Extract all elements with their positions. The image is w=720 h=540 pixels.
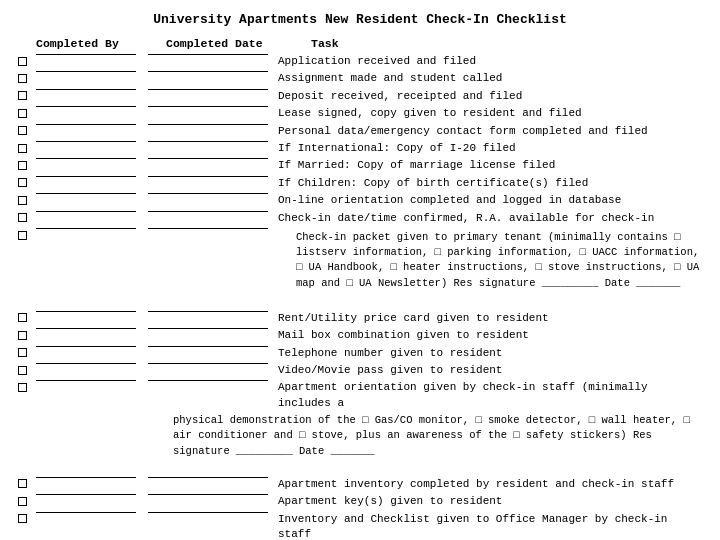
completed-by-field[interactable] xyxy=(36,211,136,212)
table-row: Rent/Utility price card given to residen… xyxy=(18,311,702,326)
table-row: Apartment key(s) given to resident xyxy=(18,494,702,509)
completed-by-field[interactable] xyxy=(36,477,136,478)
table-row: Telephone number given to resident xyxy=(18,346,702,361)
checkbox-section2-rows-2[interactable] xyxy=(18,348,27,357)
wrap-text-2: physical demonstration of the □ Gas/CO m… xyxy=(173,413,702,459)
table-row: Assignment made and student called xyxy=(18,71,702,86)
checkbox-section1-rows-2[interactable] xyxy=(18,91,27,100)
checkbox-section2-rows-1[interactable] xyxy=(18,331,27,340)
checkin-packet-row: Check-in packet given to primary tenant … xyxy=(18,228,702,297)
table-row: If International: Copy of I-20 filed xyxy=(18,141,702,156)
task-text: Check-in date/time confirmed, R.A. avail… xyxy=(268,211,702,226)
completed-date-field[interactable] xyxy=(148,158,268,159)
completed-date-field[interactable] xyxy=(148,211,268,212)
checkbox-section1-rows-5[interactable] xyxy=(18,144,27,153)
table-row: Apartment orientation given by check-in … xyxy=(18,380,702,411)
completed-date-field[interactable] xyxy=(148,141,268,142)
checkbox-section1-rows-7[interactable] xyxy=(18,178,27,187)
task-text: Video/Movie pass given to resident xyxy=(268,363,702,378)
checkbox-section1-rows-6[interactable] xyxy=(18,161,27,170)
table-row: Check-in date/time confirmed, R.A. avail… xyxy=(18,211,702,226)
checkbox-section2-rows-0[interactable] xyxy=(18,313,27,322)
completed-by-field[interactable] xyxy=(36,346,136,347)
completed-date-field[interactable] xyxy=(148,124,268,125)
task-text: Deposit received, receipted and filed xyxy=(268,89,702,104)
task-text: Lease signed, copy given to resident and… xyxy=(268,106,702,121)
page-title: University Apartments New Resident Check… xyxy=(18,12,702,27)
completed-date-field[interactable] xyxy=(148,380,268,381)
checkbox-section1-rows-9[interactable] xyxy=(18,213,27,222)
wrap-text-1: Check-in packet given to primary tenant … xyxy=(296,230,702,291)
completed-by-field[interactable] xyxy=(36,193,136,194)
task-text: Apartment key(s) given to resident xyxy=(268,494,702,509)
completed-by-field[interactable] xyxy=(36,176,136,177)
table-row: Lease signed, copy given to resident and… xyxy=(18,106,702,121)
header-task: Task xyxy=(311,37,702,50)
task-text: If Children: Copy of birth certificate(s… xyxy=(268,176,702,191)
table-row: If Married: Copy of marriage license fil… xyxy=(18,158,702,173)
completed-by-field[interactable] xyxy=(36,494,136,495)
completed-by-field[interactable] xyxy=(36,380,136,381)
task-text: Telephone number given to resident xyxy=(268,346,702,361)
table-row: Video/Movie pass given to resident xyxy=(18,363,702,378)
checkbox-section1-rows-1[interactable] xyxy=(18,74,27,83)
completed-by-field[interactable] xyxy=(36,124,136,125)
task-text: If International: Copy of I-20 filed xyxy=(268,141,702,156)
task-text: Assignment made and student called xyxy=(268,71,702,86)
checkbox-section2-rows-3[interactable] xyxy=(18,366,27,375)
completed-date-field[interactable] xyxy=(148,176,268,177)
task-text: Personal data/emergency contact form com… xyxy=(268,124,702,139)
checkbox-section1-rows-3[interactable] xyxy=(18,109,27,118)
checkbox-section3-rows-2[interactable] xyxy=(18,514,27,523)
checkbox-section3-rows-1[interactable] xyxy=(18,497,27,506)
completed-by-field[interactable] xyxy=(36,512,136,513)
completed-date-field[interactable] xyxy=(148,346,268,347)
task-text: Rent/Utility price card given to residen… xyxy=(268,311,702,326)
table-row: Deposit received, receipted and filed xyxy=(18,89,702,104)
completed-by-field[interactable] xyxy=(36,106,136,107)
task-text: On-line orientation completed and logged… xyxy=(268,193,702,208)
checkbox-11[interactable] xyxy=(18,231,27,240)
task-text: If Married: Copy of marriage license fil… xyxy=(268,158,702,173)
completed-date-field[interactable] xyxy=(148,54,268,55)
completed-by-field[interactable] xyxy=(36,54,136,55)
table-row: Mail box combination given to resident xyxy=(18,328,702,343)
table-row: Personal data/emergency contact form com… xyxy=(18,124,702,139)
completed-date-field[interactable] xyxy=(148,106,268,107)
completed-by-field[interactable] xyxy=(36,158,136,159)
table-row: If Children: Copy of birth certificate(s… xyxy=(18,176,702,191)
task-text: Apartment inventory completed by residen… xyxy=(268,477,702,492)
checkbox-section1-rows-8[interactable] xyxy=(18,196,27,205)
completed-date-field[interactable] xyxy=(148,494,268,495)
completed-by-field[interactable] xyxy=(36,141,136,142)
completed-date-field[interactable] xyxy=(148,71,268,72)
table-row: On-line orientation completed and logged… xyxy=(18,193,702,208)
completed-by-field[interactable] xyxy=(36,89,136,90)
completed-date-field[interactable] xyxy=(148,89,268,90)
task-text: Mail box combination given to resident xyxy=(268,328,702,343)
completed-by-field[interactable] xyxy=(36,71,136,72)
checkbox-section3-rows-0[interactable] xyxy=(18,479,27,488)
table-row: Inventory and Checklist given to Office … xyxy=(18,512,702,540)
task-text: Inventory and Checklist given to Office … xyxy=(268,512,702,540)
task-text: Application received and filed xyxy=(268,54,702,69)
task-text: Apartment orientation given by check-in … xyxy=(268,380,702,411)
header-completed-date: Completed Date xyxy=(166,37,311,50)
completed-by-field[interactable] xyxy=(36,363,136,364)
completed-date-field[interactable] xyxy=(148,193,268,194)
header-completed-by: Completed By xyxy=(36,37,166,50)
table-row: Apartment inventory completed by residen… xyxy=(18,477,702,492)
checkbox-section1-rows-0[interactable] xyxy=(18,57,27,66)
completed-date-field[interactable] xyxy=(148,512,268,513)
completed-date-field[interactable] xyxy=(148,363,268,364)
checkbox-section2-rows-4[interactable] xyxy=(18,383,27,392)
completed-date-field[interactable] xyxy=(148,477,268,478)
checkbox-section1-rows-4[interactable] xyxy=(18,126,27,135)
completed-by-field[interactable] xyxy=(36,311,136,312)
table-row: Application received and filed xyxy=(18,54,702,69)
completed-date-field[interactable] xyxy=(148,311,268,312)
completed-date-field[interactable] xyxy=(148,328,268,329)
completed-by-field[interactable] xyxy=(36,328,136,329)
